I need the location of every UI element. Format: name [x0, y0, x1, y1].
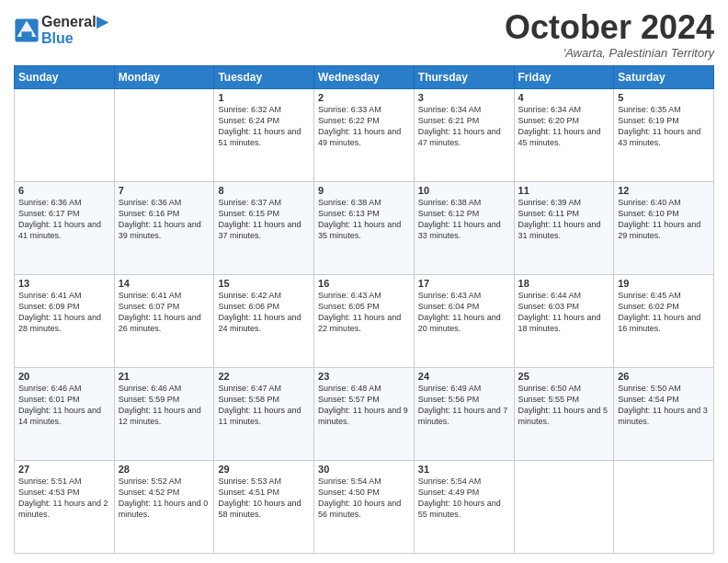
day-content: Sunrise: 6:38 AM Sunset: 6:12 PM Dayligh… — [418, 197, 510, 242]
calendar-cell: 19Sunrise: 6:45 AM Sunset: 6:02 PM Dayli… — [614, 274, 714, 367]
day-content: Sunrise: 6:41 AM Sunset: 6:09 PM Dayligh… — [18, 290, 110, 335]
day-number: 3 — [418, 92, 510, 103]
day-number: 12 — [618, 185, 710, 196]
calendar-cell: 22Sunrise: 6:47 AM Sunset: 5:58 PM Dayli… — [214, 367, 314, 460]
logo-icon — [14, 17, 40, 43]
calendar-cell: 1Sunrise: 6:32 AM Sunset: 6:24 PM Daylig… — [214, 88, 314, 181]
day-content: Sunrise: 6:47 AM Sunset: 5:58 PM Dayligh… — [218, 383, 310, 428]
calendar-cell — [114, 88, 214, 181]
calendar-cell: 15Sunrise: 6:42 AM Sunset: 6:06 PM Dayli… — [214, 274, 314, 367]
day-content: Sunrise: 6:39 AM Sunset: 6:11 PM Dayligh… — [518, 197, 610, 242]
calendar-cell: 17Sunrise: 6:43 AM Sunset: 6:04 PM Dayli… — [414, 274, 514, 367]
day-number: 17 — [418, 278, 510, 289]
calendar-week-row: 20Sunrise: 6:46 AM Sunset: 6:01 PM Dayli… — [15, 367, 714, 460]
calendar-day-header: Saturday — [614, 65, 714, 88]
day-content: Sunrise: 6:48 AM Sunset: 5:57 PM Dayligh… — [318, 383, 410, 428]
day-content: Sunrise: 6:41 AM Sunset: 6:07 PM Dayligh… — [119, 290, 210, 335]
calendar-cell: 6Sunrise: 6:36 AM Sunset: 6:17 PM Daylig… — [15, 181, 115, 274]
day-number: 6 — [18, 185, 110, 196]
day-content: Sunrise: 6:34 AM Sunset: 6:20 PM Dayligh… — [518, 104, 610, 149]
day-number: 10 — [418, 185, 510, 196]
day-number: 29 — [218, 464, 310, 475]
day-number: 24 — [418, 371, 510, 382]
day-content: Sunrise: 6:46 AM Sunset: 6:01 PM Dayligh… — [18, 383, 110, 428]
logo: General▶ Blue — [14, 13, 108, 47]
day-content: Sunrise: 6:36 AM Sunset: 6:17 PM Dayligh… — [18, 197, 110, 242]
day-content: Sunrise: 6:45 AM Sunset: 6:02 PM Dayligh… — [618, 290, 710, 335]
calendar-week-row: 1Sunrise: 6:32 AM Sunset: 6:24 PM Daylig… — [15, 88, 714, 181]
calendar-cell: 3Sunrise: 6:34 AM Sunset: 6:21 PM Daylig… — [414, 88, 514, 181]
calendar-week-row: 6Sunrise: 6:36 AM Sunset: 6:17 PM Daylig… — [15, 181, 714, 274]
day-number: 31 — [418, 464, 510, 475]
calendar-cell: 14Sunrise: 6:41 AM Sunset: 6:07 PM Dayli… — [114, 274, 214, 367]
calendar-cell: 30Sunrise: 5:54 AM Sunset: 4:50 PM Dayli… — [314, 460, 415, 553]
calendar-day-header: Tuesday — [214, 65, 314, 88]
calendar-cell: 26Sunrise: 5:50 AM Sunset: 4:54 PM Dayli… — [614, 367, 714, 460]
calendar-cell: 9Sunrise: 6:38 AM Sunset: 6:13 PM Daylig… — [314, 181, 415, 274]
day-number: 21 — [119, 371, 210, 382]
calendar-cell: 24Sunrise: 6:49 AM Sunset: 5:56 PM Dayli… — [414, 367, 514, 460]
day-number: 19 — [618, 278, 710, 289]
day-content: Sunrise: 6:34 AM Sunset: 6:21 PM Dayligh… — [418, 104, 510, 149]
day-content: Sunrise: 5:54 AM Sunset: 4:50 PM Dayligh… — [318, 476, 410, 521]
month-title: October 2024 — [505, 9, 714, 46]
day-content: Sunrise: 6:43 AM Sunset: 6:05 PM Dayligh… — [318, 290, 410, 335]
day-number: 2 — [318, 92, 410, 103]
day-content: Sunrise: 6:42 AM Sunset: 6:06 PM Dayligh… — [218, 290, 310, 335]
calendar-cell: 11Sunrise: 6:39 AM Sunset: 6:11 PM Dayli… — [514, 181, 614, 274]
logo-text: General▶ Blue — [41, 13, 108, 47]
calendar-cell: 27Sunrise: 5:51 AM Sunset: 4:53 PM Dayli… — [15, 460, 115, 553]
day-number: 15 — [218, 278, 310, 289]
day-number: 8 — [218, 185, 310, 196]
day-number: 23 — [318, 371, 410, 382]
calendar-cell: 16Sunrise: 6:43 AM Sunset: 6:05 PM Dayli… — [314, 274, 415, 367]
day-number: 26 — [618, 371, 710, 382]
calendar-cell: 4Sunrise: 6:34 AM Sunset: 6:20 PM Daylig… — [514, 88, 614, 181]
calendar-cell — [15, 88, 115, 181]
calendar-day-header: Thursday — [414, 65, 514, 88]
calendar-cell: 21Sunrise: 6:46 AM Sunset: 5:59 PM Dayli… — [114, 367, 214, 460]
day-number: 16 — [318, 278, 410, 289]
day-content: Sunrise: 5:51 AM Sunset: 4:53 PM Dayligh… — [18, 476, 110, 521]
calendar-cell: 20Sunrise: 6:46 AM Sunset: 6:01 PM Dayli… — [15, 367, 115, 460]
calendar-cell — [614, 460, 714, 553]
calendar-week-row: 27Sunrise: 5:51 AM Sunset: 4:53 PM Dayli… — [15, 460, 714, 553]
day-content: Sunrise: 6:37 AM Sunset: 6:15 PM Dayligh… — [218, 197, 310, 242]
header: General▶ Blue October 2024 'Awarta, Pale… — [14, 9, 714, 60]
calendar-day-header: Friday — [514, 65, 614, 88]
day-content: Sunrise: 6:43 AM Sunset: 6:04 PM Dayligh… — [418, 290, 510, 335]
day-number: 20 — [18, 371, 110, 382]
day-number: 4 — [518, 92, 610, 103]
calendar-body: 1Sunrise: 6:32 AM Sunset: 6:24 PM Daylig… — [15, 88, 714, 553]
calendar-header-row: SundayMondayTuesdayWednesdayThursdayFrid… — [15, 65, 714, 88]
calendar-cell: 2Sunrise: 6:33 AM Sunset: 6:22 PM Daylig… — [314, 88, 415, 181]
calendar-day-header: Sunday — [15, 65, 115, 88]
calendar-week-row: 13Sunrise: 6:41 AM Sunset: 6:09 PM Dayli… — [15, 274, 714, 367]
calendar-cell: 7Sunrise: 6:36 AM Sunset: 6:16 PM Daylig… — [114, 181, 214, 274]
day-number: 14 — [119, 278, 210, 289]
calendar-cell — [514, 460, 614, 553]
page: General▶ Blue October 2024 'Awarta, Pale… — [0, 0, 728, 563]
calendar-day-header: Monday — [114, 65, 214, 88]
day-number: 5 — [618, 92, 710, 103]
day-content: Sunrise: 5:53 AM Sunset: 4:51 PM Dayligh… — [218, 476, 310, 521]
day-content: Sunrise: 6:36 AM Sunset: 6:16 PM Dayligh… — [119, 197, 210, 242]
day-number: 28 — [119, 464, 210, 475]
calendar-cell: 23Sunrise: 6:48 AM Sunset: 5:57 PM Dayli… — [314, 367, 415, 460]
day-content: Sunrise: 6:44 AM Sunset: 6:03 PM Dayligh… — [518, 290, 610, 335]
calendar-cell: 8Sunrise: 6:37 AM Sunset: 6:15 PM Daylig… — [214, 181, 314, 274]
day-number: 22 — [218, 371, 310, 382]
day-content: Sunrise: 6:35 AM Sunset: 6:19 PM Dayligh… — [618, 104, 710, 149]
day-number: 25 — [518, 371, 610, 382]
location-subtitle: 'Awarta, Palestinian Territory — [505, 46, 714, 60]
calendar-cell: 29Sunrise: 5:53 AM Sunset: 4:51 PM Dayli… — [214, 460, 314, 553]
day-content: Sunrise: 6:38 AM Sunset: 6:13 PM Dayligh… — [318, 197, 410, 242]
day-number: 30 — [318, 464, 410, 475]
calendar-cell: 5Sunrise: 6:35 AM Sunset: 6:19 PM Daylig… — [614, 88, 714, 181]
calendar-cell: 12Sunrise: 6:40 AM Sunset: 6:10 PM Dayli… — [614, 181, 714, 274]
day-content: Sunrise: 6:49 AM Sunset: 5:56 PM Dayligh… — [418, 383, 510, 428]
day-number: 7 — [119, 185, 210, 196]
day-content: Sunrise: 6:40 AM Sunset: 6:10 PM Dayligh… — [618, 197, 710, 242]
day-content: Sunrise: 5:50 AM Sunset: 4:54 PM Dayligh… — [618, 383, 710, 428]
day-number: 9 — [318, 185, 410, 196]
